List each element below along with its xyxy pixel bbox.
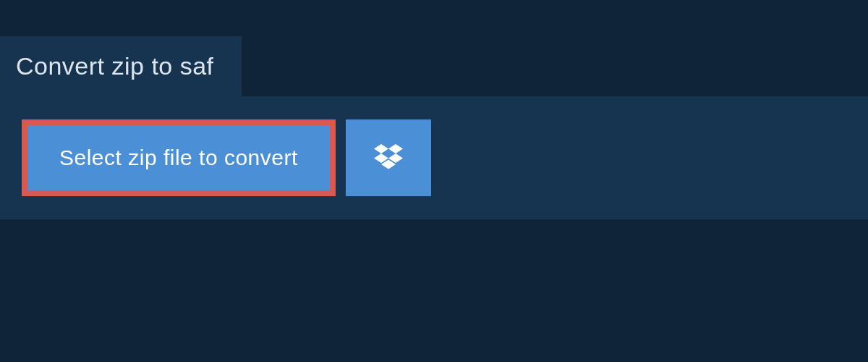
conversion-panel: Select zip file to convert (0, 96, 868, 219)
button-row: Select zip file to convert (22, 119, 846, 196)
select-file-label: Select zip file to convert (59, 146, 298, 170)
tab-header: Convert zip to saf (0, 36, 242, 96)
page-title: Convert zip to saf (16, 52, 214, 80)
select-file-button[interactable]: Select zip file to convert (22, 119, 336, 196)
dropbox-button[interactable] (346, 119, 431, 196)
dropbox-icon (374, 144, 403, 172)
